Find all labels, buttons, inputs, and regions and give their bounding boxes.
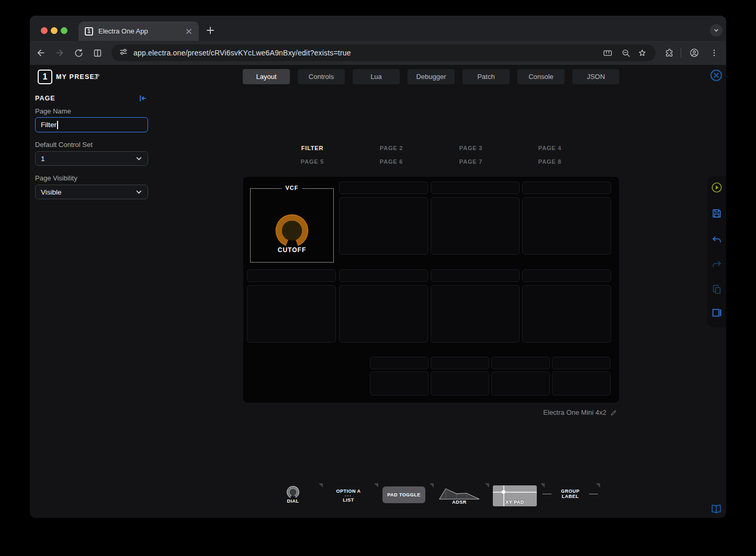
- page-tab-filter[interactable]: FILTER: [281, 145, 344, 152]
- side-panel-button[interactable]: [92, 47, 103, 59]
- traffic-minimize-button[interactable]: [51, 27, 58, 34]
- edit-preset-icon[interactable]: [93, 73, 101, 81]
- redo-icon: [711, 258, 723, 270]
- default-control-set-select[interactable]: 1: [35, 151, 148, 166]
- extensions-button[interactable]: [663, 47, 675, 59]
- grid-slot[interactable]: [491, 357, 550, 369]
- run-preset-button[interactable]: [711, 181, 723, 193]
- palette-item-pad[interactable]: PAD TOGGLE: [376, 482, 432, 509]
- grid-slot[interactable]: [247, 269, 336, 282]
- back-button[interactable]: [35, 47, 47, 59]
- palette-label: GROUP LABEL: [554, 489, 586, 499]
- grid-slot[interactable]: [339, 197, 428, 255]
- page-name-value: Filter: [41, 121, 57, 129]
- page-tab-7[interactable]: PAGE 7: [439, 158, 502, 166]
- cutoff-control[interactable]: VCF CUTOFF: [250, 188, 334, 263]
- browser-tab[interactable]: 1 Electra One App: [78, 21, 199, 41]
- traffic-close-button[interactable]: [41, 27, 48, 34]
- panel-toggle-button[interactable]: [711, 307, 723, 319]
- profile-button[interactable]: [689, 47, 700, 59]
- grid-slot[interactable]: [370, 357, 428, 369]
- forward-button[interactable]: [54, 47, 65, 59]
- page-visibility-value: Visible: [41, 188, 62, 196]
- adsr-envelope-icon: [435, 486, 483, 500]
- redo-button[interactable]: [711, 258, 723, 270]
- tab-controls[interactable]: Controls: [298, 69, 345, 84]
- collapse-panel-icon[interactable]: [139, 94, 147, 103]
- site-settings-icon[interactable]: [119, 47, 128, 59]
- panel-toggle-icon: [711, 307, 723, 319]
- grid-slot[interactable]: [339, 181, 428, 194]
- default-control-set-label: Default Control Set: [35, 141, 93, 149]
- paste-button[interactable]: [711, 283, 723, 295]
- edit-device-icon[interactable]: [610, 409, 617, 416]
- chevron-down-icon: [136, 155, 142, 162]
- palette-item-dial[interactable]: DIAL: [265, 482, 321, 509]
- profile-avatar-icon: [689, 48, 699, 58]
- undo-button[interactable]: [711, 234, 723, 245]
- palette-label: PAD TOGGLE: [387, 492, 421, 497]
- tab-json[interactable]: JSON: [572, 69, 619, 84]
- grid-slot[interactable]: [431, 269, 520, 282]
- midi-access-button[interactable]: [602, 47, 613, 59]
- grid-slot[interactable]: [370, 371, 428, 395]
- palette-item-list[interactable]: OPTION A ••• LIST: [321, 482, 376, 509]
- palette-item-group[interactable]: GROUP LABEL: [543, 482, 598, 509]
- palette-label: OPTION A: [321, 489, 376, 494]
- palette-item-adsr[interactable]: ADSR: [432, 482, 487, 509]
- grid-slot[interactable]: [552, 357, 611, 369]
- xy-pad-icon: XY PAD: [493, 485, 537, 506]
- page-tab-2[interactable]: PAGE 2: [360, 145, 423, 152]
- tab-debugger[interactable]: Debugger: [408, 69, 455, 84]
- new-tab-button[interactable]: [205, 25, 216, 36]
- grid-slot[interactable]: [522, 181, 611, 194]
- grid-slot[interactable]: [522, 269, 611, 282]
- grid-slot[interactable]: [431, 197, 520, 255]
- grid-slot[interactable]: [339, 269, 428, 282]
- grid-slot[interactable]: [247, 285, 336, 343]
- palette-label: XY PAD: [493, 500, 537, 505]
- omnibox[interactable]: app.electra.one/preset/cRVi6svKYcLwe6A9n…: [111, 44, 656, 61]
- reload-button[interactable]: [73, 47, 84, 59]
- page-name-input[interactable]: Filter: [35, 117, 148, 132]
- bookmark-button[interactable]: [636, 47, 648, 59]
- tab-title: Electra One App: [98, 27, 185, 35]
- tab-layout[interactable]: Layout: [243, 69, 290, 84]
- device-name: Electra One Mini 4x2: [543, 409, 606, 416]
- docs-book-icon[interactable]: [710, 503, 723, 515]
- page-tab-8[interactable]: PAGE 8: [518, 158, 581, 166]
- palette-item-xypad[interactable]: XY PAD: [487, 482, 543, 509]
- browser-menu-button[interactable]: [708, 47, 720, 59]
- close-editor-icon[interactable]: [709, 69, 723, 82]
- grid-slot[interactable]: [431, 285, 520, 343]
- url-text[interactable]: app.electra.one/preset/cRVi6svKYcLwe6A9n…: [133, 49, 351, 57]
- zoom-button[interactable]: [620, 47, 631, 59]
- page-tab-4[interactable]: PAGE 4: [518, 145, 581, 152]
- tab-lua[interactable]: Lua: [353, 69, 400, 84]
- page-tab-3[interactable]: PAGE 3: [439, 145, 502, 152]
- page-visibility-select[interactable]: Visible: [35, 185, 148, 199]
- save-button[interactable]: [711, 208, 723, 219]
- tab-favicon: 1: [85, 27, 93, 36]
- play-icon: [711, 181, 723, 194]
- grid-slot[interactable]: [522, 197, 611, 255]
- grid-slot[interactable]: [522, 285, 611, 343]
- page-tab-5[interactable]: PAGE 5: [281, 158, 344, 166]
- tab-patch[interactable]: Patch: [462, 69, 510, 84]
- drag-corner-icon: [596, 483, 600, 487]
- grid-slot[interactable]: [339, 285, 428, 343]
- cutoff-knob[interactable]: [274, 213, 310, 248]
- grid-slot[interactable]: [431, 181, 520, 194]
- control-label: CUTOFF: [251, 246, 333, 254]
- grid-slot[interactable]: [552, 371, 611, 395]
- tab-console[interactable]: Console: [517, 69, 565, 84]
- tab-close-icon[interactable]: [185, 28, 193, 35]
- page-tab-6[interactable]: PAGE 6: [360, 158, 423, 166]
- tab-search-chevron-button[interactable]: [710, 24, 723, 37]
- grid-slot[interactable]: [431, 357, 489, 369]
- grid-slot[interactable]: [431, 371, 489, 395]
- grid-slot[interactable]: [491, 371, 550, 395]
- traffic-zoom-button[interactable]: [61, 27, 67, 34]
- dial-icon: [286, 485, 300, 500]
- midi-keyboard-icon: [603, 48, 613, 58]
